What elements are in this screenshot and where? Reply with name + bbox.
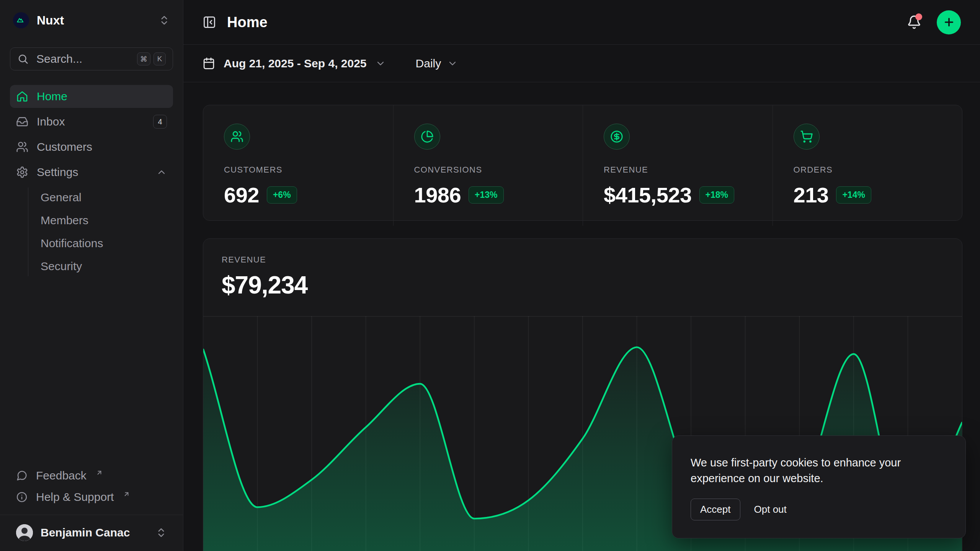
search-shortcut: ⌘ K: [137, 52, 166, 65]
unread-dot: [915, 13, 922, 20]
revenue-total: $79,234: [222, 271, 944, 299]
stat-label: ORDERS: [794, 165, 942, 175]
filters-toolbar: Aug 21, 2025 - Sep 4, 2025 Daily: [183, 45, 980, 82]
inbox-count-badge: 4: [153, 115, 167, 129]
revenue-label: REVENUE: [222, 255, 944, 265]
plus-icon: [943, 16, 955, 28]
stat-delta-badge: +14%: [836, 186, 871, 204]
user-menu[interactable]: Benjamin Canac: [10, 515, 173, 551]
users-icon: [224, 124, 250, 150]
stat-value: 1986: [414, 183, 461, 207]
sidebar-item-customers[interactable]: Customers: [10, 135, 173, 158]
sidebar-item-security[interactable]: Security: [41, 256, 173, 276]
chevron-down-icon: [447, 58, 458, 69]
sidebar-item-notifications[interactable]: Notifications: [41, 233, 173, 253]
inbox-icon: [16, 116, 28, 128]
search-icon: [17, 53, 29, 65]
stat-label: CONVERSIONS: [414, 165, 562, 175]
panel-left-close-icon[interactable]: [203, 15, 216, 29]
home-icon: [16, 90, 28, 103]
sidebar-nav: Home Inbox 4 Customers Settings: [10, 85, 173, 280]
external-link-icon: [96, 469, 103, 476]
users-icon: [16, 141, 28, 153]
stat-card-conversions: CONVERSIONS 1986 +13%: [393, 105, 583, 226]
cookie-actions: Accept Opt out: [691, 499, 947, 520]
search-bar[interactable]: ⌘ K: [10, 47, 173, 70]
user-name: Benjamin Canac: [41, 526, 130, 539]
workspace-switcher[interactable]: Nuxt: [10, 8, 173, 32]
stat-value: $415,523: [604, 183, 692, 207]
sidebar-item-label: Customers: [37, 140, 92, 153]
sidebar-item-inbox[interactable]: Inbox 4: [10, 110, 173, 133]
page-title: Home: [227, 14, 268, 31]
sidebar-item-members[interactable]: Members: [41, 210, 173, 230]
stat-label: REVENUE: [604, 165, 752, 175]
sidebar-item-label: Home: [37, 90, 67, 103]
granularity-label: Daily: [416, 57, 441, 70]
chevron-up-icon: [156, 167, 167, 178]
sidebar-spacer: [10, 280, 173, 465]
stat-card-orders: ORDERS 213 +14%: [773, 105, 962, 226]
sidebar-item-home[interactable]: Home: [10, 85, 173, 108]
external-link-icon: [123, 491, 130, 498]
workspace-name: Nuxt: [37, 13, 64, 28]
sidebar-item-label: Inbox: [37, 115, 65, 128]
chevron-down-icon: [375, 58, 386, 69]
info-circle-icon: [16, 491, 28, 503]
accept-button[interactable]: Accept: [691, 499, 740, 520]
calendar-icon: [203, 57, 215, 70]
shopping-cart-icon: [794, 124, 820, 150]
stat-label: CUSTOMERS: [224, 165, 372, 175]
stat-delta-badge: +6%: [267, 186, 297, 204]
stats-panel: CUSTOMERS 692 +6% CONVERSIONS 1986 +13%: [203, 105, 962, 221]
notifications-button[interactable]: [907, 15, 921, 29]
chevrons-up-down-icon: [155, 527, 167, 538]
kbd-k: K: [154, 52, 166, 65]
sidebar-item-label: Settings: [37, 166, 78, 179]
opt-out-button[interactable]: Opt out: [754, 504, 787, 515]
feedback-link[interactable]: Feedback: [10, 465, 173, 486]
stat-value: 692: [224, 183, 259, 207]
granularity-select[interactable]: Daily: [416, 57, 458, 70]
chevrons-up-down-icon: [158, 15, 170, 26]
sidebar-item-settings[interactable]: Settings: [10, 161, 173, 184]
gear-icon: [16, 166, 28, 178]
message-circle-icon: [16, 470, 28, 481]
create-new-button[interactable]: [937, 10, 961, 34]
circle-dollar-icon: [604, 124, 630, 150]
help-support-link[interactable]: Help & Support: [10, 486, 173, 508]
settings-children: General Members Notifications Security: [28, 187, 173, 276]
stat-card-revenue: REVENUE $415,523 +18%: [583, 105, 773, 226]
date-range-label: Aug 21, 2025 - Sep 4, 2025: [224, 57, 367, 70]
stat-card-customers: CUSTOMERS 692 +6%: [203, 105, 393, 226]
nuxt-logo: [13, 12, 29, 28]
date-range-picker[interactable]: Aug 21, 2025 - Sep 4, 2025: [203, 57, 386, 70]
kbd-command: ⌘: [137, 52, 150, 65]
sidebar-item-general[interactable]: General: [41, 187, 173, 207]
dashboard-app: Nuxt ⌘ K Home: [0, 0, 980, 551]
search-input[interactable]: [36, 52, 130, 66]
sidebar: Nuxt ⌘ K Home: [0, 0, 183, 551]
cookie-banner: We use first-party cookies to enhance yo…: [672, 435, 966, 538]
stat-delta-badge: +13%: [469, 186, 503, 204]
header-actions: [907, 10, 961, 34]
avatar: [16, 524, 33, 541]
pie-chart-icon: [414, 124, 440, 150]
top-header: Home: [183, 0, 980, 45]
cookie-message: We use first-party cookies to enhance yo…: [691, 455, 928, 486]
stat-value: 213: [794, 183, 829, 207]
help-support-label: Help & Support: [36, 491, 114, 504]
feedback-label: Feedback: [36, 469, 87, 482]
stat-delta-badge: +18%: [699, 186, 734, 204]
revenue-header: REVENUE $79,234: [203, 239, 962, 299]
